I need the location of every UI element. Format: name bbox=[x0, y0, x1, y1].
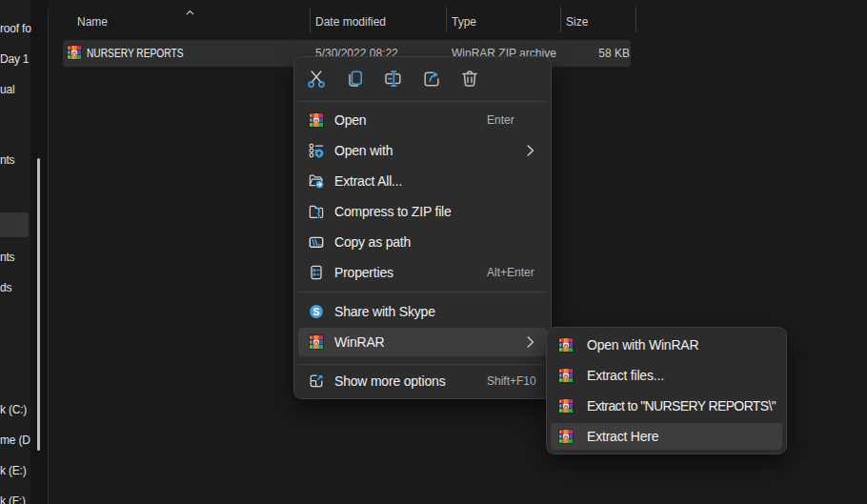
svg-text:S: S bbox=[313, 307, 320, 317]
